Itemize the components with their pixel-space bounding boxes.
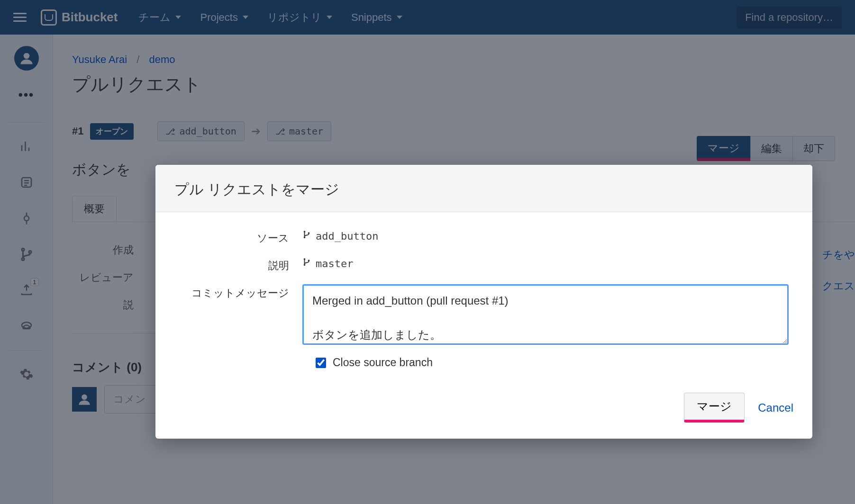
close-branch-label: Close source branch: [333, 356, 433, 369]
svg-point-17: [304, 264, 306, 266]
commit-message-label: コミットメッセージ: [179, 284, 302, 300]
target-label: 説明: [179, 257, 302, 273]
source-branch-value: add_button: [316, 230, 378, 242]
branch-icon: [302, 229, 311, 243]
svg-point-14: [304, 236, 306, 238]
svg-point-15: [308, 232, 310, 234]
branch-icon: [302, 257, 311, 270]
dialog-cancel-button[interactable]: Cancel: [758, 401, 793, 414]
svg-point-18: [308, 260, 310, 261]
target-branch-value: master: [316, 258, 353, 270]
dialog-title: プル リクエストをマージ: [155, 165, 812, 212]
commit-message-input[interactable]: [302, 284, 789, 345]
dialog-merge-button[interactable]: マージ: [684, 393, 745, 423]
source-label: ソース: [179, 229, 302, 245]
svg-point-13: [304, 231, 306, 233]
svg-point-16: [304, 258, 306, 260]
merge-dialog: プル リクエストをマージ ソース add_button 説明 master コミ…: [155, 165, 812, 439]
close-branch-checkbox[interactable]: [316, 358, 326, 368]
